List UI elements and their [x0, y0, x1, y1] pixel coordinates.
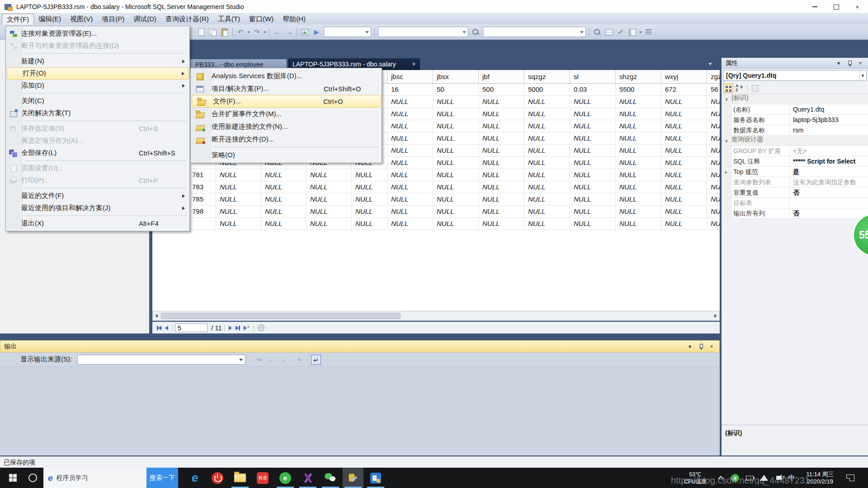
- menu-item-17[interactable]: 最近的文件(F): [6, 190, 189, 202]
- property-row[interactable]: 服务器名称laptop-5j3pb333: [722, 115, 868, 125]
- grid-cell[interactable]: NULL: [616, 218, 661, 230]
- menu-item-12[interactable]: 全部保存(L)Ctrl+Shift+S: [6, 147, 189, 159]
- menu-item-18[interactable]: 最近使用的项目和解决方案(J): [6, 202, 189, 214]
- grid-cell[interactable]: NULL: [261, 193, 307, 205]
- close-icon[interactable]: ×: [708, 343, 716, 350]
- object-selector-combobox[interactable]: [Qry] Query1.dtq ▾: [723, 70, 867, 81]
- grid-cell[interactable]: NULL: [307, 218, 352, 230]
- grid-cell[interactable]: NULL: [387, 108, 433, 120]
- menu-item-4[interactable]: 打开(O): [7, 67, 189, 80]
- grid-cell[interactable]: NULL: [216, 169, 261, 181]
- grid-cell[interactable]: NULL: [216, 218, 261, 230]
- toolbar-combo-sm[interactable]: [324, 27, 371, 37]
- grid-cell[interactable]: NULL: [661, 157, 707, 169]
- grid-hscrollbar[interactable]: [152, 311, 720, 321]
- grid-cell[interactable]: NULL: [524, 169, 570, 181]
- menu-item-2[interactable]: 文件(F)...Ctrl+O: [192, 95, 381, 108]
- grid-cell[interactable]: NULL: [616, 132, 661, 144]
- grid-cell[interactable]: NULL: [570, 96, 616, 108]
- last-record-button[interactable]: [236, 326, 240, 330]
- collapse-icon[interactable]: ∨: [722, 94, 731, 104]
- grid-cell[interactable]: NULL: [433, 120, 479, 132]
- menu-item-0[interactable]: Analysis Services 数据库(D)...: [191, 70, 382, 82]
- grid-cell[interactable]: NULL: [433, 218, 479, 230]
- cortana-button[interactable]: [24, 468, 42, 488]
- stop-button[interactable]: [258, 324, 264, 331]
- property-row[interactable]: ▸Top 规范是: [722, 167, 868, 177]
- grid-cell[interactable]: NULL: [616, 157, 661, 169]
- undo-icon[interactable]: ↶: [236, 27, 245, 37]
- youdao-icon[interactable]: 有道: [252, 468, 273, 488]
- grid-cell[interactable]: NULL: [707, 169, 720, 181]
- property-row[interactable]: 目标表: [722, 198, 868, 208]
- grid-cell[interactable]: NULL: [479, 96, 524, 108]
- menu-item-5[interactable]: 断开连接的文件(D)...: [191, 133, 382, 145]
- menu-item-20[interactable]: 退出(X)Alt+F4: [6, 217, 189, 230]
- grid-cell[interactable]: 5000: [524, 84, 570, 95]
- grid-cell[interactable]: NULL: [570, 169, 616, 181]
- menu-item-15[interactable]: 打印(P)...Ctrl+P: [6, 174, 189, 187]
- grid-cell[interactable]: NULL: [216, 181, 261, 193]
- grid-cell[interactable]: NULL: [524, 120, 570, 132]
- zoom-icon2[interactable]: [592, 27, 602, 37]
- grid-cell[interactable]: NULL: [661, 108, 707, 120]
- window-position-icon[interactable]: ▾: [686, 343, 694, 350]
- grid-cell[interactable]: NULL: [433, 157, 479, 169]
- menubar-item-8[interactable]: 帮助(H): [278, 14, 310, 24]
- maximize-button[interactable]: [826, 0, 847, 14]
- grid-cell[interactable]: NULL: [261, 206, 307, 217]
- menubar-item-3[interactable]: 项目(P): [97, 14, 129, 24]
- grid-cell[interactable]: NULL: [387, 120, 433, 132]
- dropdown-caret-icon[interactable]: ▾: [246, 27, 251, 37]
- menu-item-1[interactable]: 项目/解决方案(P)...Ctrl+Shift+O: [191, 82, 382, 95]
- grid-cell[interactable]: NULL: [707, 108, 720, 120]
- property-row[interactable]: 查询参数列表没有为此查询指定参数: [722, 177, 868, 188]
- column-header[interactable]: jbsc: [387, 70, 433, 83]
- property-value[interactable]: 没有为此查询指定参数: [790, 177, 868, 187]
- property-row[interactable]: 非重复值否: [722, 188, 868, 198]
- property-value[interactable]: 是: [790, 167, 868, 177]
- property-value[interactable]: [790, 198, 868, 208]
- grid-cell[interactable]: NULL: [661, 218, 707, 230]
- minimize-button[interactable]: [804, 0, 826, 14]
- grid-cell[interactable]: NULL: [387, 96, 433, 108]
- property-pages-icon[interactable]: [750, 84, 760, 93]
- menu-item-3[interactable]: 合并扩展事件文件(M)...: [191, 108, 382, 120]
- grid-cell[interactable]: 5500: [616, 84, 661, 95]
- grid-cell[interactable]: 785: [186, 193, 216, 205]
- collapse-icon[interactable]: ∨: [722, 136, 731, 145]
- grid-cell[interactable]: NULL: [616, 120, 661, 132]
- toolbar-combo-lg[interactable]: [483, 27, 586, 37]
- column-header[interactable]: zgz: [707, 70, 720, 83]
- next-msg-icon[interactable]: →: [278, 355, 288, 365]
- grid-cell[interactable]: NULL: [216, 206, 261, 217]
- list-icon[interactable]: [644, 27, 654, 37]
- pin-icon[interactable]: [845, 60, 854, 67]
- layout-icon[interactable]: [627, 27, 637, 37]
- mag-icon[interactable]: [471, 27, 481, 37]
- window-position-icon[interactable]: ▾: [835, 60, 843, 67]
- image-icon[interactable]: [300, 27, 310, 37]
- property-category[interactable]: ∨查询设计器: [722, 136, 868, 146]
- property-category[interactable]: ∨(标识): [722, 94, 868, 104]
- grid-cell[interactable]: NULL: [433, 206, 479, 217]
- edge-icon[interactable]: e: [184, 468, 205, 488]
- grid-cell[interactable]: NULL: [479, 218, 524, 230]
- forward-icon[interactable]: →: [284, 27, 294, 37]
- grid-cell[interactable]: NULL: [387, 132, 433, 144]
- action-center-button[interactable]: [843, 468, 858, 488]
- toolbar-combo-md[interactable]: [378, 27, 468, 37]
- grid-cell[interactable]: NULL: [570, 206, 616, 217]
- grid-cell[interactable]: NULL: [479, 132, 524, 144]
- pin-icon[interactable]: [697, 343, 705, 350]
- grid-cell[interactable]: NULL: [433, 193, 479, 205]
- grid-cell[interactable]: NULL: [616, 193, 661, 205]
- grid-cell[interactable]: [186, 218, 216, 230]
- new-record-button[interactable]: *: [244, 324, 250, 331]
- sort-alphabetical-icon[interactable]: AZ: [734, 84, 744, 93]
- menu-item-4[interactable]: 使用新建连接的文件(N)...: [191, 120, 382, 133]
- scroll-left-icon[interactable]: [153, 311, 160, 320]
- run-icon[interactable]: ▶: [311, 27, 321, 37]
- grid-cell[interactable]: NULL: [570, 181, 616, 193]
- menu-item-8[interactable]: 关闭解决方案(T): [6, 107, 189, 119]
